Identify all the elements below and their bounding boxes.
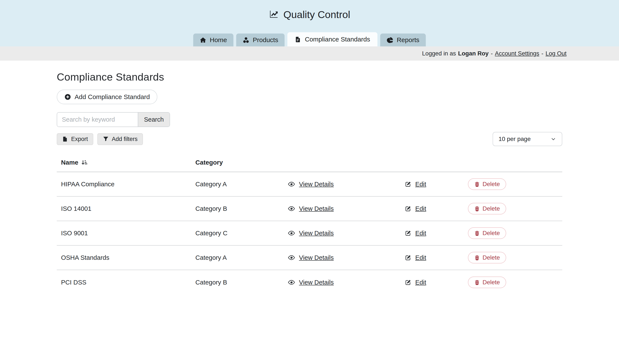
nav-tabs: Home Products bbox=[0, 32, 619, 46]
separator: - bbox=[541, 50, 543, 57]
eye-icon bbox=[288, 205, 295, 212]
file-export-icon bbox=[62, 136, 68, 142]
per-page-select[interactable]: 10 per page bbox=[493, 132, 562, 146]
export-label: Export bbox=[71, 136, 88, 142]
tab-products-label: Products bbox=[253, 36, 278, 44]
table-row: OSHA Standards Category A View Details E… bbox=[57, 246, 562, 270]
trash-icon bbox=[474, 181, 480, 187]
standard-category-cell: Category B bbox=[195, 205, 288, 212]
trash-icon bbox=[474, 230, 480, 236]
tab-products[interactable]: Products bbox=[236, 33, 284, 46]
standard-category-cell: Category B bbox=[195, 279, 288, 286]
delete-label: Delete bbox=[482, 254, 500, 261]
house-icon bbox=[200, 37, 206, 43]
standard-name-cell: HIPAA Compliance bbox=[61, 181, 195, 188]
edit-link[interactable]: Edit bbox=[415, 229, 426, 237]
delete-button[interactable]: Delete bbox=[468, 227, 506, 239]
trash-icon bbox=[474, 206, 480, 212]
eye-icon bbox=[288, 229, 295, 237]
sort-down-icon bbox=[81, 159, 88, 166]
table-row: PCI DSS Category B View Details Edit bbox=[57, 270, 562, 294]
eye-icon bbox=[288, 254, 295, 261]
table-row: ISO 14001 Category B View Details Edit bbox=[57, 196, 562, 221]
username: Logan Roy bbox=[458, 50, 489, 57]
view-details-link[interactable]: View Details bbox=[299, 181, 334, 188]
column-header-name[interactable]: Name bbox=[61, 159, 195, 166]
edit-link[interactable]: Edit bbox=[415, 279, 426, 286]
eye-icon bbox=[288, 279, 295, 286]
add-compliance-standard-button[interactable]: Add Compliance Standard bbox=[57, 90, 157, 104]
delete-label: Delete bbox=[482, 205, 500, 212]
tab-compliance-standards-label: Compliance Standards bbox=[305, 36, 370, 43]
column-header-category: Category bbox=[195, 159, 288, 166]
delete-label: Delete bbox=[482, 181, 500, 188]
trash-icon bbox=[474, 255, 480, 261]
eye-icon bbox=[288, 181, 295, 188]
chart-line-icon bbox=[269, 9, 279, 20]
view-details-link[interactable]: View Details bbox=[299, 229, 334, 237]
page-title: Compliance Standards bbox=[57, 71, 562, 83]
edit-icon bbox=[405, 205, 411, 212]
standard-name-cell: ISO 14001 bbox=[61, 205, 195, 212]
page: Quality Control Home bbox=[0, 0, 619, 364]
standards-table: Name Category HIPAA Complia bbox=[57, 153, 562, 294]
tab-compliance-standards[interactable]: Compliance Standards bbox=[287, 32, 377, 46]
standard-category-cell: Category A bbox=[195, 254, 288, 261]
search-button[interactable]: Search bbox=[138, 112, 169, 126]
standard-name-cell: OSHA Standards bbox=[61, 254, 195, 261]
edit-icon bbox=[405, 230, 411, 237]
add-filters-label: Add filters bbox=[112, 136, 138, 142]
separator: - bbox=[491, 50, 493, 57]
pie-chart-icon bbox=[387, 37, 393, 43]
search-input[interactable] bbox=[57, 112, 138, 126]
add-button-label: Add Compliance Standard bbox=[75, 93, 150, 100]
standard-category-cell: Category C bbox=[195, 229, 288, 237]
toolbar: Export Add filters 10 per page bbox=[57, 132, 562, 146]
view-details-link[interactable]: View Details bbox=[299, 279, 334, 286]
log-out-link[interactable]: Log Out bbox=[546, 50, 566, 57]
view-details-link[interactable]: View Details bbox=[299, 254, 334, 261]
table-row: ISO 9001 Category C View Details Edit bbox=[57, 221, 562, 246]
main-content: Compliance Standards Add Compliance Stan… bbox=[0, 71, 619, 294]
standard-name-cell: PCI DSS bbox=[61, 279, 195, 286]
edit-icon bbox=[405, 181, 411, 188]
edit-icon bbox=[405, 279, 411, 286]
tab-reports[interactable]: Reports bbox=[380, 33, 426, 46]
edit-icon bbox=[405, 254, 411, 261]
delete-label: Delete bbox=[482, 230, 500, 237]
delete-label: Delete bbox=[482, 279, 500, 286]
add-filters-button[interactable]: Add filters bbox=[97, 133, 143, 145]
filter-icon bbox=[103, 136, 109, 142]
account-settings-link[interactable]: Account Settings bbox=[495, 50, 539, 57]
account-bar: Logged in as Logan Roy - Account Setting… bbox=[0, 46, 619, 61]
edit-link[interactable]: Edit bbox=[415, 254, 426, 261]
app-title-row: Quality Control bbox=[0, 0, 619, 20]
delete-button[interactable]: Delete bbox=[468, 252, 506, 264]
table-header-row: Name Category bbox=[57, 153, 562, 172]
trash-icon bbox=[474, 280, 480, 285]
search-group: Search bbox=[57, 112, 170, 127]
delete-button[interactable]: Delete bbox=[468, 178, 506, 190]
table-row: HIPAA Compliance Category A View Details… bbox=[57, 172, 562, 196]
per-page-value: 10 per page bbox=[499, 136, 531, 142]
delete-button[interactable]: Delete bbox=[468, 277, 506, 288]
app-header: Quality Control Home bbox=[0, 0, 619, 46]
circle-plus-icon bbox=[64, 94, 71, 100]
tab-reports-label: Reports bbox=[397, 36, 419, 44]
edit-link[interactable]: Edit bbox=[415, 205, 426, 212]
standard-category-cell: Category A bbox=[195, 181, 288, 188]
edit-link[interactable]: Edit bbox=[415, 181, 426, 188]
standard-name-cell: ISO 9001 bbox=[61, 229, 195, 237]
tab-home[interactable]: Home bbox=[193, 33, 233, 46]
app-title: Quality Control bbox=[283, 9, 350, 20]
tab-home-label: Home bbox=[210, 36, 227, 44]
logged-in-text: Logged in as bbox=[422, 50, 456, 57]
export-button[interactable]: Export bbox=[57, 133, 93, 145]
table-body: HIPAA Compliance Category A View Details… bbox=[57, 172, 562, 294]
file-lines-icon bbox=[295, 36, 301, 43]
view-details-link[interactable]: View Details bbox=[299, 205, 334, 212]
delete-button[interactable]: Delete bbox=[468, 203, 506, 214]
chevron-down-icon bbox=[550, 136, 556, 142]
cubes-icon bbox=[243, 37, 249, 43]
